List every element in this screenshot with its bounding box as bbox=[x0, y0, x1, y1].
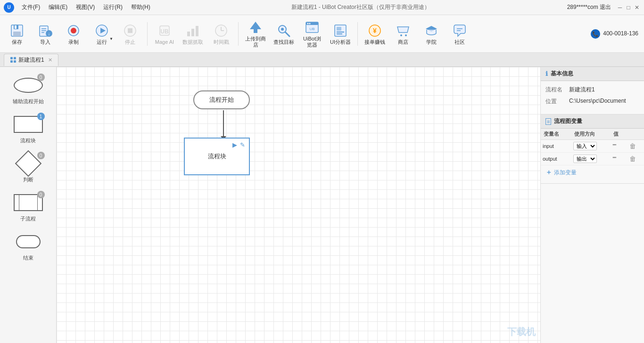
run-button[interactable]: 运行 ▼ bbox=[89, 17, 115, 50]
browser-label: UiBot浏览器 bbox=[301, 36, 323, 48]
variables-header: ≡ 流程图变量 bbox=[541, 114, 644, 129]
variables-icon: ≡ bbox=[545, 118, 551, 125]
ui-label: UI分析器 bbox=[330, 39, 351, 45]
mage-button[interactable]: UB Mage AI bbox=[151, 17, 178, 50]
svg-point-30 bbox=[307, 23, 309, 24]
col-varname: 变量名 bbox=[541, 129, 571, 140]
add-variable-icon: ＋ bbox=[545, 168, 552, 177]
arrow-line bbox=[223, 110, 224, 136]
flow-element-judge[interactable]: 0 判断 bbox=[4, 150, 52, 185]
upload-icon bbox=[247, 19, 264, 36]
add-variable-button[interactable]: ＋ 添加变量 bbox=[541, 165, 644, 180]
info-row-name: 流程名 新建流程1 bbox=[543, 84, 642, 96]
save-button[interactable]: 保存 bbox=[4, 17, 30, 50]
block-run-icon[interactable]: ▶ bbox=[232, 141, 237, 148]
data-button[interactable]: 数据抓取 bbox=[180, 17, 206, 50]
svg-point-31 bbox=[309, 23, 311, 24]
svg-rect-2 bbox=[13, 32, 21, 36]
tab-close-icon[interactable]: ✕ bbox=[48, 57, 52, 63]
find-label: 查找目标 bbox=[273, 39, 294, 45]
variables-title: 流程图变量 bbox=[554, 117, 582, 125]
separator-3 bbox=[357, 22, 358, 46]
menu-help[interactable]: 帮助(H) bbox=[127, 2, 154, 12]
maximize-button[interactable]: □ bbox=[625, 4, 632, 11]
run-dropdown-arrow[interactable]: ▼ bbox=[109, 37, 113, 41]
shop-button[interactable]: 商店 bbox=[390, 17, 416, 50]
record-button[interactable]: 录制 bbox=[60, 17, 87, 50]
upload-label: 上传到商店 bbox=[244, 36, 267, 48]
canvas-area[interactable]: 流程开始 ▶ ✎ 流程块 下载机 bbox=[57, 67, 540, 343]
flow-element-end[interactable]: 结束 bbox=[4, 228, 52, 263]
earn-button[interactable]: ¥ 接单赚钱 bbox=[362, 17, 388, 50]
start-node[interactable]: 流程开始 bbox=[193, 90, 250, 109]
tab-bar: 新建流程1 ✕ bbox=[0, 53, 644, 67]
subprocess-label: 子流程 bbox=[20, 215, 36, 222]
find-icon bbox=[275, 22, 292, 39]
start-node-shape: 流程开始 bbox=[193, 90, 250, 109]
svg-line-26 bbox=[285, 32, 289, 36]
phone-number: 400-0018-136 bbox=[603, 30, 638, 37]
var-input-name: input bbox=[543, 143, 554, 149]
app-title: 新建流程1 - UiBot Creator社区版（仅用于非商业用途） bbox=[154, 3, 567, 11]
menu-run[interactable]: 运行(R) bbox=[99, 2, 126, 12]
watermark: 下载机 bbox=[507, 326, 536, 338]
svg-rect-48 bbox=[14, 60, 16, 63]
community-button[interactable]: 社区 bbox=[446, 17, 473, 50]
stop-label: 停止 bbox=[125, 39, 135, 45]
var-output-direction[interactable]: 输入 输出 全局 bbox=[573, 155, 597, 163]
stop-icon bbox=[122, 22, 139, 39]
menu-view[interactable]: 视图(V) bbox=[72, 2, 99, 12]
judge-badge: 0 bbox=[37, 152, 45, 159]
var-row-input: input 输入 输出 全局 "" 🗑 bbox=[541, 140, 644, 153]
flow-arrow bbox=[221, 110, 226, 140]
svg-rect-19 bbox=[191, 29, 194, 36]
var-input-direction[interactable]: 输入 输出 全局 bbox=[573, 142, 597, 150]
svg-rect-3 bbox=[15, 25, 17, 29]
svg-rect-15 bbox=[128, 28, 132, 33]
time-button[interactable]: 时间戳 bbox=[208, 17, 234, 50]
import-button[interactable]: ↓ 导入 bbox=[32, 17, 58, 50]
var-row-output: output 输入 输出 全局 "" 🗑 bbox=[541, 153, 644, 165]
variables-section: ≡ 流程图变量 变量名 使用方向 值 input bbox=[541, 114, 644, 184]
find-button[interactable]: 查找目标 bbox=[271, 17, 297, 50]
svg-rect-46 bbox=[14, 57, 16, 59]
close-button[interactable]: ✕ bbox=[634, 4, 640, 11]
flow-element-start[interactable]: 0 辅助流程开始 bbox=[4, 72, 52, 107]
learn-button[interactable]: 学院 bbox=[418, 17, 445, 50]
subprocess-badge: 0 bbox=[37, 191, 45, 198]
menu-edit[interactable]: 编辑(E) bbox=[45, 2, 71, 12]
flow-element-subprocess[interactable]: 0 子流程 bbox=[4, 189, 52, 224]
block-node-label: 流程块 bbox=[208, 152, 226, 161]
browser-button[interactable]: UB UiBot浏览器 bbox=[299, 17, 325, 50]
upload-button[interactable]: 上传到商店 bbox=[242, 17, 269, 50]
flow-tab-icon bbox=[10, 57, 17, 63]
info-table: 流程名 新建流程1 位置 C:\Users\pc\Document bbox=[541, 81, 644, 110]
save-label: 保存 bbox=[12, 39, 22, 45]
flow-element-block[interactable]: 1 流程块 bbox=[4, 111, 52, 146]
svg-text:UB: UB bbox=[160, 28, 169, 35]
var-output-delete[interactable]: 🗑 bbox=[628, 155, 637, 163]
block-edit-icon[interactable]: ✎ bbox=[240, 141, 245, 148]
info-path-label: 位置 bbox=[545, 98, 569, 106]
flow-tab[interactable]: 新建流程1 ✕ bbox=[4, 54, 58, 66]
stop-button[interactable]: 停止 bbox=[117, 17, 143, 50]
run-label: 运行 bbox=[97, 39, 107, 45]
ui-button[interactable]: UI分析器 bbox=[327, 17, 354, 50]
title-right: 289*****com 退出 ─ □ ✕ bbox=[567, 3, 640, 11]
svg-point-39 bbox=[400, 34, 402, 36]
var-output-name: output bbox=[543, 156, 557, 162]
block-node[interactable]: ▶ ✎ 流程块 bbox=[184, 138, 250, 175]
var-input-delete[interactable]: 🗑 bbox=[628, 142, 637, 150]
learn-icon bbox=[423, 22, 440, 39]
info-name-value: 新建流程1 bbox=[569, 86, 639, 94]
start-label: 辅助流程开始 bbox=[13, 98, 44, 105]
svg-text:UB: UB bbox=[309, 27, 314, 31]
minimize-button[interactable]: ─ bbox=[617, 4, 623, 11]
start-node-label: 流程开始 bbox=[209, 96, 234, 104]
ui-icon bbox=[332, 22, 349, 39]
menu-file[interactable]: 文件(F) bbox=[18, 2, 44, 12]
svg-rect-45 bbox=[10, 57, 13, 59]
info-name-label: 流程名 bbox=[545, 86, 569, 94]
earn-label: 接单赚钱 bbox=[364, 39, 385, 45]
user-info[interactable]: 289*****com 退出 bbox=[567, 3, 611, 11]
